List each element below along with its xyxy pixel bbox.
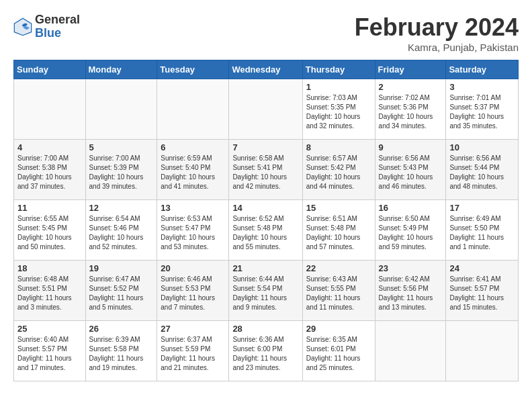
calendar-day-cell: 7Sunrise: 6:58 AMSunset: 5:41 PMDaylight… [229,140,302,200]
calendar-day-cell: 2Sunrise: 7:02 AMSunset: 5:36 PMDaylight… [375,79,446,140]
weekday-header: Saturday [446,60,519,79]
weekday-header: Sunday [14,60,86,79]
calendar-day-cell: 19Sunrise: 6:47 AMSunset: 5:52 PMDayligh… [85,261,157,321]
day-number: 6 [161,142,225,152]
day-number: 1 [306,82,371,92]
calendar-day-cell: 29Sunrise: 6:35 AMSunset: 6:01 PMDayligh… [302,321,375,381]
calendar-day-cell: 18Sunrise: 6:48 AMSunset: 5:51 PMDayligh… [14,261,86,321]
calendar-day-cell: 12Sunrise: 6:54 AMSunset: 5:46 PMDayligh… [85,200,157,261]
day-number: 4 [17,142,82,152]
day-info: Sunrise: 6:36 AMSunset: 6:00 PMDaylight:… [232,335,298,373]
day-info: Sunrise: 6:53 AMSunset: 5:47 PMDaylight:… [161,214,225,252]
calendar-day-cell: 23Sunrise: 6:42 AMSunset: 5:56 PMDayligh… [375,261,446,321]
calendar-day-cell: 22Sunrise: 6:43 AMSunset: 5:55 PMDayligh… [302,261,375,321]
day-info: Sunrise: 6:57 AMSunset: 5:42 PMDaylight:… [306,154,371,191]
day-info: Sunrise: 7:00 AMSunset: 5:38 PMDaylight:… [17,154,82,191]
logo-blue: Blue [35,27,80,40]
logo-text: General Blue [35,13,80,40]
weekday-header: Monday [85,60,157,79]
calendar-week-row: 1Sunrise: 7:03 AMSunset: 5:35 PMDaylight… [14,79,519,140]
calendar-day-cell: 10Sunrise: 6:56 AMSunset: 5:44 PMDayligh… [446,140,519,200]
day-info: Sunrise: 6:44 AMSunset: 5:54 PMDaylight:… [232,275,298,312]
day-info: Sunrise: 6:49 AMSunset: 5:50 PMDaylight:… [449,214,515,252]
calendar-day-cell [446,321,519,381]
day-number: 19 [89,263,154,273]
calendar-day-cell: 3Sunrise: 7:01 AMSunset: 5:37 PMDaylight… [446,79,519,140]
calendar-week-row: 25Sunrise: 6:40 AMSunset: 5:57 PMDayligh… [14,321,519,381]
day-info: Sunrise: 6:56 AMSunset: 5:44 PMDaylight:… [449,154,515,191]
calendar-week-row: 11Sunrise: 6:55 AMSunset: 5:45 PMDayligh… [14,200,519,261]
calendar-day-cell: 15Sunrise: 6:51 AMSunset: 5:48 PMDayligh… [302,200,375,261]
day-number: 10 [449,142,515,152]
calendar-day-cell: 8Sunrise: 6:57 AMSunset: 5:42 PMDaylight… [302,140,375,200]
day-number: 8 [306,142,371,152]
day-number: 25 [17,324,82,334]
calendar-day-cell: 5Sunrise: 7:00 AMSunset: 5:39 PMDaylight… [85,140,157,200]
calendar-day-cell: 27Sunrise: 6:37 AMSunset: 5:59 PMDayligh… [157,321,229,381]
day-info: Sunrise: 6:35 AMSunset: 6:01 PMDaylight:… [306,335,371,373]
day-info: Sunrise: 6:46 AMSunset: 5:53 PMDaylight:… [161,275,225,312]
day-number: 13 [161,203,225,213]
calendar-day-cell [229,79,302,140]
title-block: February 2024 Kamra, Punjab, Pakistan [355,13,519,53]
day-info: Sunrise: 6:50 AMSunset: 5:49 PMDaylight:… [379,214,443,252]
day-number: 11 [17,203,82,213]
weekday-header: Friday [375,60,446,79]
day-number: 14 [232,203,298,213]
logo-icon [13,17,32,36]
day-number: 16 [379,203,443,213]
day-info: Sunrise: 6:56 AMSunset: 5:43 PMDaylight:… [379,154,443,191]
location: Kamra, Punjab, Pakistan [355,42,519,53]
day-number: 18 [17,263,82,273]
day-number: 3 [449,82,515,92]
day-number: 17 [449,203,515,213]
calendar-day-cell: 17Sunrise: 6:49 AMSunset: 5:50 PMDayligh… [446,200,519,261]
calendar-day-cell: 4Sunrise: 7:00 AMSunset: 5:38 PMDaylight… [14,140,86,200]
calendar-day-cell: 28Sunrise: 6:36 AMSunset: 6:00 PMDayligh… [229,321,302,381]
calendar-day-cell: 11Sunrise: 6:55 AMSunset: 5:45 PMDayligh… [14,200,86,261]
day-info: Sunrise: 6:58 AMSunset: 5:41 PMDaylight:… [232,154,298,191]
calendar-day-cell: 13Sunrise: 6:53 AMSunset: 5:47 PMDayligh… [157,200,229,261]
day-info: Sunrise: 6:37 AMSunset: 5:59 PMDaylight:… [161,335,225,373]
day-number: 27 [161,324,225,334]
day-info: Sunrise: 6:43 AMSunset: 5:55 PMDaylight:… [306,275,371,312]
day-number: 28 [232,324,298,334]
day-number: 9 [379,142,443,152]
day-info: Sunrise: 6:52 AMSunset: 5:48 PMDaylight:… [232,214,298,252]
calendar-day-cell: 26Sunrise: 6:39 AMSunset: 5:58 PMDayligh… [85,321,157,381]
day-info: Sunrise: 6:55 AMSunset: 5:45 PMDaylight:… [17,214,82,252]
page-header: General Blue February 2024 Kamra, Punjab… [13,13,519,53]
calendar-day-cell [375,321,446,381]
day-info: Sunrise: 6:40 AMSunset: 5:57 PMDaylight:… [17,335,82,373]
calendar-day-cell [85,79,157,140]
weekday-header: Wednesday [229,60,302,79]
day-info: Sunrise: 7:01 AMSunset: 5:37 PMDaylight:… [449,93,515,131]
day-number: 20 [161,263,225,273]
calendar-day-cell: 6Sunrise: 6:59 AMSunset: 5:40 PMDaylight… [157,140,229,200]
day-number: 29 [306,324,371,334]
calendar-week-row: 4Sunrise: 7:00 AMSunset: 5:38 PMDaylight… [14,140,519,200]
calendar-day-cell: 25Sunrise: 6:40 AMSunset: 5:57 PMDayligh… [14,321,86,381]
logo-general: General [35,13,80,27]
day-info: Sunrise: 6:48 AMSunset: 5:51 PMDaylight:… [17,275,82,312]
day-info: Sunrise: 6:51 AMSunset: 5:48 PMDaylight:… [306,214,371,252]
day-number: 21 [232,263,298,273]
day-number: 7 [232,142,298,152]
day-number: 23 [379,263,443,273]
calendar-header-row: SundayMondayTuesdayWednesdayThursdayFrid… [14,60,519,79]
day-info: Sunrise: 6:42 AMSunset: 5:56 PMDaylight:… [379,275,443,312]
calendar-day-cell: 1Sunrise: 7:03 AMSunset: 5:35 PMDaylight… [302,79,375,140]
weekday-header: Thursday [302,60,375,79]
day-info: Sunrise: 6:39 AMSunset: 5:58 PMDaylight:… [89,335,154,373]
calendar-table: SundayMondayTuesdayWednesdayThursdayFrid… [13,60,519,381]
day-info: Sunrise: 7:03 AMSunset: 5:35 PMDaylight:… [306,93,371,131]
day-number: 26 [89,324,154,334]
calendar-day-cell: 20Sunrise: 6:46 AMSunset: 5:53 PMDayligh… [157,261,229,321]
month-title: February 2024 [355,13,519,42]
calendar-day-cell: 16Sunrise: 6:50 AMSunset: 5:49 PMDayligh… [375,200,446,261]
calendar-day-cell: 9Sunrise: 6:56 AMSunset: 5:43 PMDaylight… [375,140,446,200]
calendar-day-cell [14,79,86,140]
day-number: 2 [379,82,443,92]
calendar-day-cell: 24Sunrise: 6:41 AMSunset: 5:57 PMDayligh… [446,261,519,321]
calendar-week-row: 18Sunrise: 6:48 AMSunset: 5:51 PMDayligh… [14,261,519,321]
